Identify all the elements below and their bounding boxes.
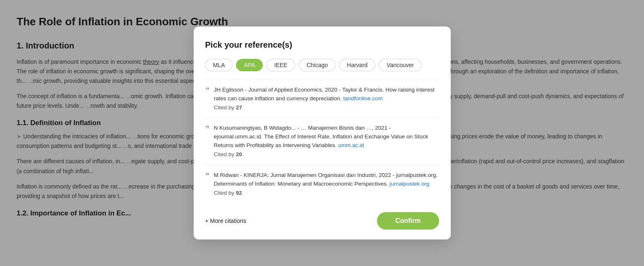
ref-style-mla[interactable]: MLA	[205, 59, 233, 71]
ref-style-ieee[interactable]: IEEE	[266, 59, 295, 71]
ref-style-harvard[interactable]: Harvard	[339, 59, 376, 71]
modal-overlay: Pick your reference(s) MLA APA IEEE Chic…	[0, 0, 644, 235]
citation-text-1: JH Egilsson - Journal of Applied Economi…	[214, 86, 439, 103]
pick-references-modal: Pick your reference(s) MLA APA IEEE Chic…	[194, 27, 451, 235]
modal-title: Pick your reference(s)	[205, 38, 439, 51]
citation-item-1[interactable]: ❞ JH Egilsson - Journal of Applied Econo…	[205, 80, 439, 118]
ref-style-vancouver[interactable]: Vancouver	[379, 59, 422, 71]
ref-style-apa[interactable]: APA	[236, 59, 263, 71]
cited-by-3: Cited by 92	[214, 189, 439, 198]
citation-link-3[interactable]: jurnalpustek.org	[389, 181, 429, 187]
citation-text-3: M Ridwan - KINERJA: Jurnal Manajemen Org…	[214, 171, 439, 189]
quote-icon-2: ❞	[205, 125, 210, 133]
citation-item-3[interactable]: ❞ M Ridwan - KINERJA: Jurnal Manajemen O…	[205, 165, 439, 203]
more-citations-button[interactable]: + More citations	[205, 218, 246, 224]
quote-icon-1: ❞	[205, 87, 210, 95]
cited-by-2: Cited by 20	[214, 150, 439, 159]
citation-text-2: N Kusumaningtyas, B Widagdo... - … Manaj…	[214, 124, 439, 150]
quote-icon-3: ❞	[205, 172, 210, 180]
citation-link-1[interactable]: tandfonline.com	[343, 95, 383, 102]
cited-by-1: Cited by 27	[214, 103, 439, 112]
confirm-button[interactable]: Confirm	[377, 212, 439, 230]
reference-style-selector: MLA APA IEEE Chicago Harvard Vancouver	[205, 59, 439, 71]
citation-link-2[interactable]: umm.ac.id	[338, 142, 364, 148]
modal-footer: + More citations Confirm	[205, 210, 439, 230]
citations-list: ❞ JH Egilsson - Journal of Applied Econo…	[205, 80, 439, 203]
citation-item-2[interactable]: ❞ N Kusumaningtyas, B Widagdo... - … Man…	[205, 118, 439, 164]
ref-style-chicago[interactable]: Chicago	[299, 59, 335, 71]
